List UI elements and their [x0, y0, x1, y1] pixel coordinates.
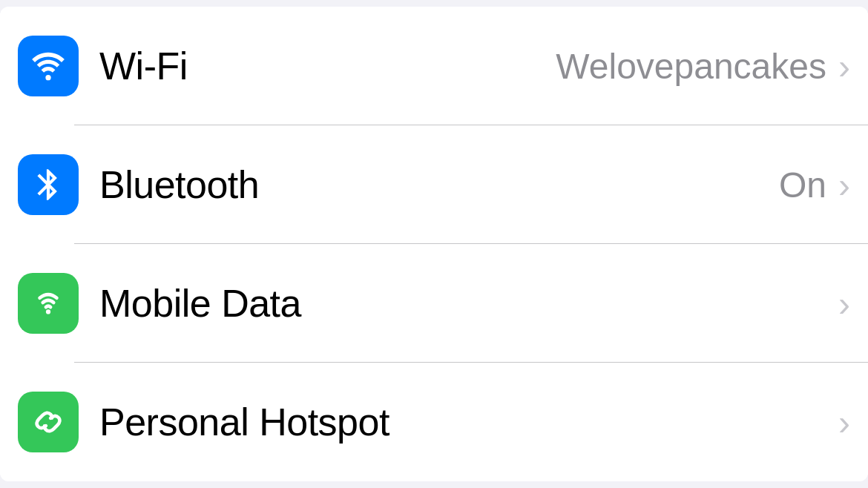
wifi-label: Wi-Fi	[99, 44, 556, 88]
hotspot-icon-container	[18, 392, 79, 452]
hotspot-icon	[30, 403, 67, 441]
hotspot-chevron: ›	[838, 402, 850, 443]
mobile-data-row[interactable]: Mobile Data ›	[0, 244, 868, 363]
wifi-icon	[30, 47, 67, 85]
wifi-icon-container	[18, 36, 79, 96]
svg-point-0	[45, 75, 50, 80]
hotspot-label: Personal Hotspot	[99, 400, 835, 444]
bluetooth-icon-container	[18, 154, 79, 215]
wifi-row[interactable]: Wi-Fi Welovepancakes ›	[0, 7, 868, 125]
svg-point-1	[46, 309, 50, 314]
mobile-data-icon	[30, 285, 67, 322]
bluetooth-right: On ›	[779, 165, 850, 205]
bluetooth-label: Bluetooth	[99, 162, 779, 207]
wifi-right: Welovepancakes ›	[556, 46, 850, 87]
hotspot-row[interactable]: Personal Hotspot ›	[0, 363, 868, 481]
settings-list: Wi-Fi Welovepancakes › Bluetooth On ›	[0, 7, 868, 481]
bluetooth-row[interactable]: Bluetooth On ›	[0, 125, 868, 244]
wifi-chevron: ›	[838, 46, 850, 87]
bluetooth-icon	[30, 166, 67, 203]
mobile-data-label: Mobile Data	[99, 281, 835, 326]
wifi-value: Welovepancakes	[556, 46, 826, 87]
mobile-data-chevron: ›	[838, 283, 850, 324]
bluetooth-chevron: ›	[838, 165, 850, 205]
hotspot-right: ›	[835, 402, 850, 443]
mobile-icon-container	[18, 273, 79, 334]
mobile-data-right: ›	[835, 283, 850, 324]
bluetooth-value: On	[779, 165, 826, 205]
